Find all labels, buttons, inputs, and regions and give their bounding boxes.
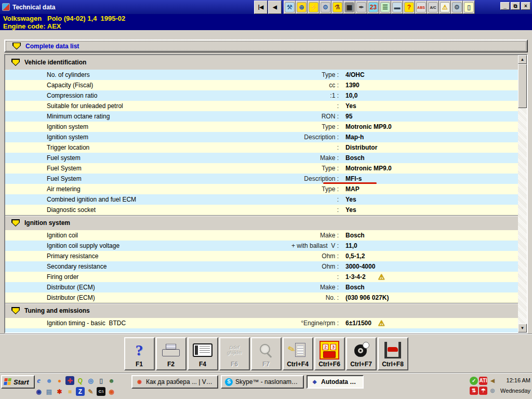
security-ok-icon[interactable]: ✓ — [470, 377, 478, 385]
world-icon-button[interactable]: ⊕ — [296, 1, 308, 14]
key-programming-icon-button[interactable]: ✒ — [355, 1, 367, 14]
cmd-icon[interactable]: C:\ — [97, 387, 105, 396]
wireless-icon[interactable]: ◎ — [488, 387, 497, 395]
section-header[interactable]: Vehicle identification — [5, 55, 518, 70]
brush-icon[interactable]: ✎ — [86, 387, 95, 396]
repair-times-button[interactable]: Ctrl+F8 — [378, 337, 408, 370]
row-label: Capacity (Fiscal) — [47, 80, 93, 90]
row-param: Type : — [192, 122, 339, 132]
nav-back-button[interactable]: ◀ — [268, 1, 282, 14]
engine-code-button[interactable]: 23 Ctrl+F6 — [314, 337, 345, 370]
troubleshooter-icon-button[interactable]: ? — [403, 1, 415, 14]
uk-flag-icon[interactable]: ✚ — [65, 376, 74, 385]
key-programming-icon: ✒ — [356, 2, 366, 12]
gearbox-icon-button[interactable]: ⚙ — [451, 1, 463, 14]
messenger-icon[interactable]: ☻ — [45, 376, 54, 385]
cassette-icon-button[interactable]: ▬ — [391, 1, 403, 14]
ati-icon[interactable]: ATI — [479, 377, 487, 385]
fkey-label: Ctrl+F4 — [284, 361, 312, 368]
volume-icon[interactable]: ◀ — [488, 377, 497, 385]
game-icon[interactable]: ☻ — [107, 376, 116, 385]
z-utility-icon[interactable]: Z — [76, 387, 85, 396]
section-header[interactable]: Ignition system — [5, 215, 518, 230]
restore-button[interactable]: ⧉ — [511, 2, 520, 10]
titlebar[interactable]: Technical data |◀ ◀ ⚒⊕⚡⚙⚗▦✒23☰▬?ABSA/C⚠⚙… — [0, 0, 532, 14]
globe-icon[interactable]: ◉ — [34, 387, 43, 396]
gauges-icon-button[interactable]: ⚙ — [320, 1, 331, 14]
wiring-diagrams-icon-button[interactable]: ☰ — [379, 1, 391, 14]
complete-data-list-bar[interactable]: Complete data list — [4, 39, 528, 52]
task-label: Skype™ - naslonamakar... — [235, 378, 300, 385]
engine-icon-button[interactable]: ▦ — [343, 1, 355, 14]
inspect-button[interactable]: F7 — [251, 337, 282, 370]
row-label: Combined ignition and fuel ECM — [47, 194, 136, 205]
row-value: (030 906 027K) — [345, 292, 389, 303]
warning-systems-icon-button[interactable]: ⚠ — [439, 1, 451, 14]
electrical-switch-icon-button[interactable]: ▯ — [463, 1, 475, 14]
task-button[interactable]: ◉Как да разбера ... | VW... — [131, 375, 218, 389]
ignition-icon: ⚡ — [309, 2, 318, 12]
data-sections: Vehicle identificationNo. of cylindersTy… — [5, 55, 518, 332]
taskbar: Start e☻●✚Q◎▯☻ ◉▤✱■Z✎C:\◉ ◉Как да разбер… — [0, 373, 532, 399]
firefox-icon[interactable]: ● — [55, 376, 64, 385]
chrome-icon[interactable]: ◉ — [107, 387, 116, 396]
row-value: 10,0 — [345, 90, 357, 101]
function-key-bar: ? F1 F2 F4 Ddefghijklm F6 F7 ✎ Ctrl+F4 2 — [0, 334, 532, 373]
task-button[interactable]: ◆Autodata CD-2 — [307, 375, 364, 389]
red-splat-icon[interactable]: ✱ — [55, 387, 64, 396]
row-label: Primary resistance — [47, 251, 98, 261]
close-button[interactable]: × — [521, 2, 530, 10]
vertical-scrollbar[interactable]: ▲ ▼ — [518, 55, 527, 332]
nav-first-button[interactable]: |◀ — [254, 1, 268, 14]
section-header[interactable]: Tuning and emissions — [5, 303, 518, 318]
start-button[interactable]: Start — [1, 375, 35, 389]
row-value: 3000-4000 — [345, 261, 375, 272]
row-param: No. : — [192, 292, 339, 303]
row-label: Firing order — [47, 272, 78, 282]
sharing-icon[interactable]: ◎ — [86, 376, 95, 385]
edit-notes-button[interactable]: ✎ Ctrl+F4 — [283, 337, 313, 370]
print-button[interactable]: F2 — [156, 337, 187, 370]
clock[interactable]: 12:16 AM Wednesday — [500, 375, 530, 396]
fkey-label: Ctrl+F8 — [379, 361, 407, 368]
spark-plug-icon-button[interactable]: ⚒ — [284, 1, 296, 14]
task-button[interactable]: SSkype™ - naslonamakar... — [221, 375, 304, 389]
abs-icon-button[interactable]: ABS — [415, 1, 427, 14]
internet-explorer-icon[interactable]: e — [34, 376, 43, 385]
notes-icon[interactable]: ▤ — [45, 387, 54, 396]
scroll-thumb[interactable] — [518, 64, 527, 108]
avira-icon[interactable]: ☂ — [479, 387, 487, 395]
engine-block-icon — [323, 351, 336, 358]
data-row: Compression ratio:1 :10,0 — [5, 90, 518, 101]
row-param: Ohm : — [192, 251, 339, 261]
air-conditioning-icon-button[interactable]: A/C — [427, 1, 439, 14]
row-param: Make : — [192, 153, 339, 163]
pda-icon[interactable]: ▯ — [97, 376, 105, 385]
data-row: Firing order:1-3-4-2⚠ — [5, 272, 518, 282]
section-title: Ignition system — [24, 219, 70, 227]
engine-code-icon: 23 — [315, 340, 344, 361]
firing-order-icon-button[interactable]: 23 — [367, 1, 379, 14]
row-param: cc : — [192, 80, 339, 90]
engine-icon: ▦ — [344, 2, 354, 12]
data-row: No. of cylindersType :4/OHC — [5, 70, 518, 80]
application-window: Technical data |◀ ◀ ⚒⊕⚡⚙⚗▦✒23☰▬?ABSA/C⚠⚙… — [0, 0, 532, 399]
row-label: Secondary resistance — [47, 261, 107, 272]
row-value: 11,0 — [345, 241, 357, 251]
qip-icon[interactable]: Q — [76, 376, 85, 385]
glossary-button[interactable]: Ddefghijklm F6 — [219, 337, 250, 370]
ignition-icon-button[interactable]: ⚡ — [308, 1, 320, 14]
lubricants-icon-button[interactable]: ⚗ — [331, 1, 343, 14]
shield-icon — [12, 43, 21, 50]
minimize-button[interactable]: _ — [500, 2, 510, 10]
updater-icon[interactable]: ⇅ — [470, 387, 478, 395]
row-label: Fuel System — [47, 174, 82, 184]
data-list-button[interactable]: F4 — [188, 337, 218, 370]
data-row: Minimum octane ratingRON :95 — [5, 111, 518, 122]
tyres-button[interactable]: Ctrl+F7 — [346, 337, 377, 370]
help-button[interactable]: ? F1 — [124, 337, 155, 370]
scroll-down-button[interactable]: ▼ — [518, 324, 527, 332]
row-value: 1390 — [345, 80, 360, 90]
folder-icon[interactable]: ■ — [65, 387, 74, 396]
scroll-up-button[interactable]: ▲ — [518, 55, 527, 64]
